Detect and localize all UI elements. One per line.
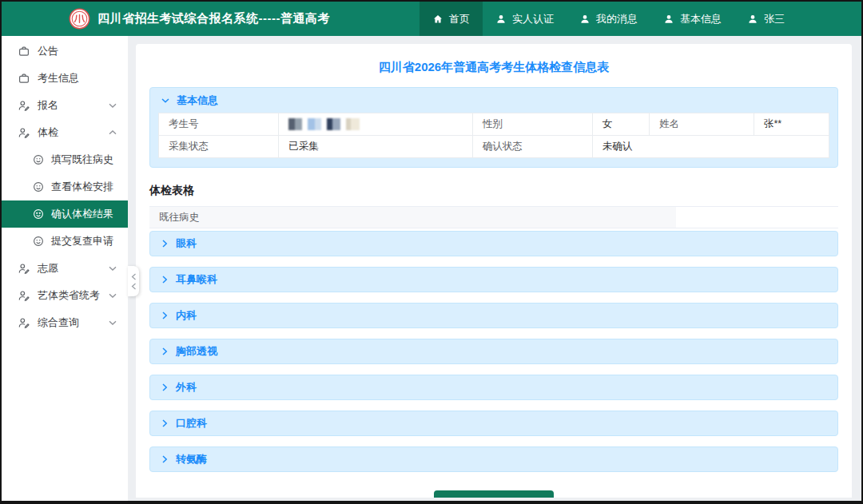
nav-home[interactable]: 首页 xyxy=(420,2,483,36)
table-row: 考生号 性别 女 姓名 张** xyxy=(159,113,829,136)
exam-id-label: 考生号 xyxy=(159,113,279,136)
sidebar-item-submit-recheck-request[interactable]: 提交复查申请 xyxy=(2,228,128,255)
sidebar-item-fill-medical-history[interactable]: 填写既往病史 xyxy=(2,146,128,173)
sidebar-item-label: 查看体检安排 xyxy=(51,180,113,194)
nav-label: 张三 xyxy=(764,12,785,26)
nav-real-person-auth[interactable]: 实人认证 xyxy=(483,2,567,36)
sidebar-item-label: 报名 xyxy=(38,98,58,113)
smiley-icon xyxy=(33,208,44,220)
gender-value: 女 xyxy=(592,113,649,136)
page-title: 四川省2026年普通高考考生体格检查信息表 xyxy=(149,60,838,75)
chevron-left-icon xyxy=(131,273,137,280)
gender-label: 性别 xyxy=(472,113,592,136)
chevron-down-icon xyxy=(109,319,117,326)
sidebar-item-art-sports-exam[interactable]: 艺体类省统考 xyxy=(2,282,128,309)
section-label: 胸部透视 xyxy=(176,344,217,359)
section-label: 口腔科 xyxy=(176,416,207,431)
smiley-icon xyxy=(33,181,44,192)
sidebar-item-label: 公告 xyxy=(38,44,58,58)
section-label: 耳鼻喉科 xyxy=(176,272,217,287)
sidebar-item-preferences[interactable]: 志愿 xyxy=(2,255,128,282)
chevron-right-icon xyxy=(161,240,168,248)
chevron-right-icon xyxy=(161,383,168,391)
section-label: 眼科 xyxy=(176,236,197,251)
sidebar-item-label: 艺体类省统考 xyxy=(38,288,100,303)
user-edit-icon xyxy=(18,99,30,112)
sidebar-item-label: 提交复查申请 xyxy=(51,234,113,248)
user-icon xyxy=(663,14,674,25)
sidebar-item-label: 考生信息 xyxy=(38,71,79,85)
chevron-right-icon xyxy=(161,276,168,284)
user-edit-icon xyxy=(18,262,30,275)
sidebar-item-registration[interactable]: 报名 xyxy=(2,92,128,119)
app-title: 四川省招生考试综合报名系统-----普通高考 xyxy=(97,11,330,26)
user-edit-icon xyxy=(18,289,30,302)
chevron-right-icon xyxy=(161,347,168,355)
collect-status-label: 采集状态 xyxy=(159,136,279,158)
section-ent[interactable]: 耳鼻喉科 xyxy=(149,267,838,292)
sidebar-item-label: 综合查询 xyxy=(38,315,79,330)
browser-window: 四川省招生考试综合报名系统-----普通高考 首页 实人认证 我的消息 xyxy=(0,0,863,504)
confirm-status-label: 确认状态 xyxy=(472,136,592,158)
medical-history-label: 既往病史 xyxy=(149,207,676,228)
sidebar-item-comprehensive-query[interactable]: 综合查询 xyxy=(2,309,128,336)
nav-my-messages[interactable]: 我的消息 xyxy=(567,2,650,36)
section-transaminase[interactable]: 转氨酶 xyxy=(149,446,838,472)
chevron-left-icon xyxy=(131,283,137,290)
confirm-status-value: 未确认 xyxy=(592,136,829,158)
chevron-down-icon xyxy=(109,102,117,109)
exam-id-value-redacted xyxy=(279,113,472,136)
user-icon xyxy=(747,14,758,25)
sidebar-collapse-handle[interactable] xyxy=(128,266,139,296)
sidebar-item-announcements[interactable]: 公告 xyxy=(2,38,128,65)
exam-table-title: 体检表格 xyxy=(149,184,838,198)
table-row: 采集状态 已采集 确认状态 未确认 xyxy=(159,136,829,158)
briefcase-icon xyxy=(18,72,30,85)
sidebar: 公告 考生信息 报名 xyxy=(2,36,128,501)
sidebar-item-candidate-info[interactable]: 考生信息 xyxy=(2,65,128,92)
sidebar-item-confirm-exam-results[interactable]: 确认体检结果 xyxy=(2,200,128,228)
nav-label: 我的消息 xyxy=(596,12,638,26)
redaction-mosaic xyxy=(288,118,360,130)
nav-label: 实人认证 xyxy=(512,12,554,26)
nav-current-user[interactable]: 张三 xyxy=(734,2,797,36)
nav-label: 首页 xyxy=(449,12,470,26)
chevron-right-icon xyxy=(161,455,168,463)
section-internal-medicine[interactable]: 内科 xyxy=(149,303,838,328)
candidate-signature-confirm-button[interactable]: 考生签名确认 xyxy=(434,490,554,498)
user-edit-icon xyxy=(18,316,30,329)
basic-info-panel-title: 基本信息 xyxy=(177,93,218,108)
section-chest-fluoroscopy[interactable]: 胸部透视 xyxy=(149,339,838,364)
section-label: 内科 xyxy=(176,308,197,323)
nav-label: 基本信息 xyxy=(680,12,722,26)
chevron-down-icon xyxy=(109,292,117,299)
section-label: 外科 xyxy=(176,380,197,395)
basic-info-panel-header[interactable]: 基本信息 xyxy=(150,88,837,113)
sidebar-item-view-exam-schedule[interactable]: 查看体检安排 xyxy=(2,173,128,200)
footer-actions: 考生签名确认 xyxy=(149,490,838,498)
section-label: 转氨酶 xyxy=(176,452,207,466)
basic-info-panel: 基本信息 考生号 性别 女 xyxy=(149,87,838,168)
sidebar-item-label: 志愿 xyxy=(38,261,58,276)
section-surgery[interactable]: 外科 xyxy=(149,375,838,400)
main-area: 四川省2026年普通高考考生体格检查信息表 基本信息 xyxy=(128,36,861,501)
smiley-icon xyxy=(33,154,44,165)
user-icon xyxy=(495,14,507,25)
sidebar-item-label: 体检 xyxy=(38,125,58,140)
sidebar-item-physical-exam[interactable]: 体检 xyxy=(2,119,128,146)
medical-history-value xyxy=(676,207,838,228)
nav-basic-info[interactable]: 基本信息 xyxy=(650,2,734,36)
name-label: 姓名 xyxy=(650,113,754,136)
chevron-up-icon xyxy=(109,129,117,136)
chevron-right-icon xyxy=(161,419,168,427)
content-card: 四川省2026年普通高考考生体格检查信息表 基本信息 xyxy=(136,44,852,498)
brand: 四川省招生考试综合报名系统-----普通高考 xyxy=(2,2,330,36)
app-seal-logo-icon xyxy=(69,8,90,30)
basic-info-table: 考生号 性别 女 姓名 张** 采集状态 已采集 确认状态 xyxy=(158,113,829,158)
section-dental[interactable]: 口腔科 xyxy=(149,411,838,436)
name-value: 张** xyxy=(754,113,829,136)
chevron-down-icon xyxy=(109,265,117,272)
briefcase-icon xyxy=(18,45,30,58)
collect-status-value: 已采集 xyxy=(279,136,472,158)
section-ophthalmology[interactable]: 眼科 xyxy=(149,231,838,256)
